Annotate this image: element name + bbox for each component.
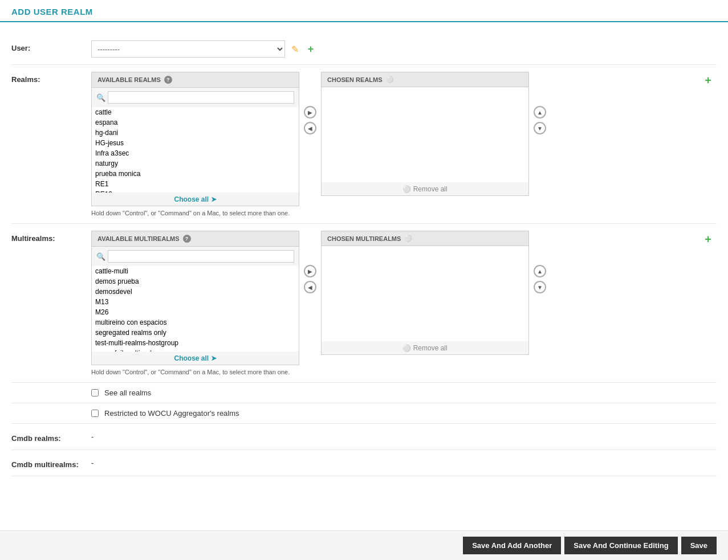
realms-choose-all-row: Choose all ➤ xyxy=(92,193,299,206)
realms-search-input[interactable] xyxy=(108,91,294,104)
cmdb-realms-label: Cmdb realms: xyxy=(11,431,91,443)
realms-search-row: 🔍 xyxy=(92,88,299,107)
realms-plus-col: + xyxy=(699,72,717,87)
available-multirealms-box: AVAILABLE MULTIREALMS ? 🔍 cattle-multi d… xyxy=(91,231,299,365)
multirealms-remove-all-link[interactable]: ⚪ Remove all xyxy=(402,344,447,352)
available-realms-title: AVAILABLE REALMS xyxy=(97,76,161,83)
realms-updown-buttons: ▲ ▼ xyxy=(534,72,546,134)
multirealms-search-input[interactable] xyxy=(108,250,294,263)
multirealms-search-icon: 🔍 xyxy=(96,252,105,261)
chosen-multirealms-spinner-icon: ⚪ xyxy=(404,235,412,242)
realms-arrow-buttons: ▶ ◀ xyxy=(304,72,316,134)
multirealms-arrow-buttons: ▶ ◀ xyxy=(304,231,316,293)
available-multirealms-title: AVAILABLE MULTIREALMS xyxy=(97,235,180,242)
realms-hint: Hold down "Control", or "Command" on a M… xyxy=(91,210,717,216)
add-user-icon[interactable]: + xyxy=(304,43,317,55)
form-body: User: --------- ✎ + Realms: AVAILABLE RE… xyxy=(0,22,728,522)
available-realms-box: AVAILABLE REALMS ? 🔍 cattle espana hg-da… xyxy=(91,72,299,206)
user-select[interactable]: --------- xyxy=(91,40,285,58)
multirealms-choose-all-row: Choose all ➤ xyxy=(92,351,299,365)
chosen-realms-spinner-icon: ⚪ xyxy=(386,76,394,83)
realms-add-icon[interactable]: + xyxy=(705,74,711,87)
multirealms-row: Multirealms: AVAILABLE MULTIREALMS ? 🔍 xyxy=(11,224,717,383)
chosen-multirealms-list[interactable] xyxy=(322,246,528,341)
restricted-label: Restricted to WOCU Aggregator's realms xyxy=(104,409,239,418)
realms-search-icon: 🔍 xyxy=(96,93,105,102)
realms-label: Realms: xyxy=(11,72,91,84)
cmdb-multirealms-row: Cmdb multirealms: - xyxy=(11,450,717,476)
multirealms-remove-all-row: ⚪ Remove all xyxy=(322,341,528,354)
realms-choose-all-link[interactable]: Choose all ➤ xyxy=(174,195,216,203)
chosen-realms-title: CHOSEN REALMS xyxy=(327,76,383,83)
page-header: ADD USER REALM xyxy=(0,0,728,22)
multirealms-updown-buttons: ▲ ▼ xyxy=(534,231,546,293)
restricted-checkbox[interactable] xyxy=(91,410,99,417)
multirealms-arrow-left-btn[interactable]: ◀ xyxy=(304,281,316,293)
multirealms-add-icon[interactable]: + xyxy=(705,233,711,246)
realms-inner: AVAILABLE REALMS ? 🔍 cattle espana hg-da… xyxy=(91,72,699,206)
chosen-realms-header: CHOSEN REALMS ⚪ xyxy=(322,72,528,87)
chosen-multirealms-title: CHOSEN MULTIREALMS xyxy=(327,235,401,242)
realms-down-btn[interactable]: ▼ xyxy=(534,122,546,134)
available-realms-header: AVAILABLE REALMS ? xyxy=(92,72,299,88)
available-realms-list[interactable]: cattle espana hg-dani HG-jesus Infra a3s… xyxy=(92,107,299,193)
chosen-multirealms-box: CHOSEN MULTIREALMS ⚪ ⚪ Remove all xyxy=(321,231,529,355)
multirealms-field: AVAILABLE MULTIREALMS ? 🔍 cattle-multi d… xyxy=(91,231,717,375)
chosen-realms-list[interactable] xyxy=(322,87,528,182)
multirealms-up-btn[interactable]: ▲ xyxy=(534,265,546,277)
multirealms-hint: Hold down "Control", or "Command" on a M… xyxy=(91,369,717,375)
chosen-multirealms-header: CHOSEN MULTIREALMS ⚪ xyxy=(322,231,528,246)
user-select-row: --------- ✎ + xyxy=(91,40,717,58)
chosen-realms-box: CHOSEN REALMS ⚪ ⚪ Remove all xyxy=(321,72,529,196)
realms-remove-all-row: ⚪ Remove all xyxy=(322,182,528,195)
realms-remove-all-link[interactable]: ⚪ Remove all xyxy=(402,185,447,193)
edit-user-icon[interactable]: ✎ xyxy=(288,43,301,55)
realms-up-btn[interactable]: ▲ xyxy=(534,106,546,118)
user-field: --------- ✎ + xyxy=(91,40,717,58)
cmdb-multirealms-label: Cmdb multirealms: xyxy=(11,457,91,469)
see-all-realms-checkbox[interactable] xyxy=(91,389,99,397)
multirealms-inner: AVAILABLE MULTIREALMS ? 🔍 cattle-multi d… xyxy=(91,231,699,365)
restricted-row: Restricted to WOCU Aggregator's realms xyxy=(11,403,717,424)
cmdb-realms-value: - xyxy=(91,432,717,441)
available-realms-help-icon[interactable]: ? xyxy=(164,76,172,84)
see-all-realms-row: See all realms xyxy=(11,383,717,403)
realms-arrow-right-btn[interactable]: ▶ xyxy=(304,106,316,118)
multirealms-arrow-right-btn[interactable]: ▶ xyxy=(304,265,316,277)
multirealms-choose-all-link[interactable]: Choose all ➤ xyxy=(174,354,216,362)
available-multirealms-header: AVAILABLE MULTIREALMS ? xyxy=(92,231,299,247)
multirealms-down-btn[interactable]: ▼ xyxy=(534,281,546,293)
cmdb-realms-row: Cmdb realms: - xyxy=(11,424,717,450)
see-all-realms-label: See all realms xyxy=(104,389,151,397)
user-row: User: --------- ✎ + xyxy=(11,34,717,65)
realms-arrow-left-btn[interactable]: ◀ xyxy=(304,122,316,134)
cmdb-multirealms-value: - xyxy=(91,459,717,467)
user-label: User: xyxy=(11,40,91,52)
multirealms-plus-col: + xyxy=(699,231,717,246)
realms-outer: AVAILABLE REALMS ? 🔍 cattle espana hg-da… xyxy=(91,72,717,206)
multirealms-label: Multirealms: xyxy=(11,231,91,243)
page-title: ADD USER REALM xyxy=(11,7,717,21)
available-multirealms-list[interactable]: cattle-multi demos prueba demosdevel M13… xyxy=(92,266,299,351)
realms-row: Realms: AVAILABLE REALMS ? 🔍 xyxy=(11,65,717,224)
realms-field: AVAILABLE REALMS ? 🔍 cattle espana hg-da… xyxy=(91,72,717,216)
multirealms-outer: AVAILABLE MULTIREALMS ? 🔍 cattle-multi d… xyxy=(91,231,717,365)
multirealms-search-row: 🔍 xyxy=(92,247,299,266)
available-multirealms-help-icon[interactable]: ? xyxy=(183,235,191,243)
